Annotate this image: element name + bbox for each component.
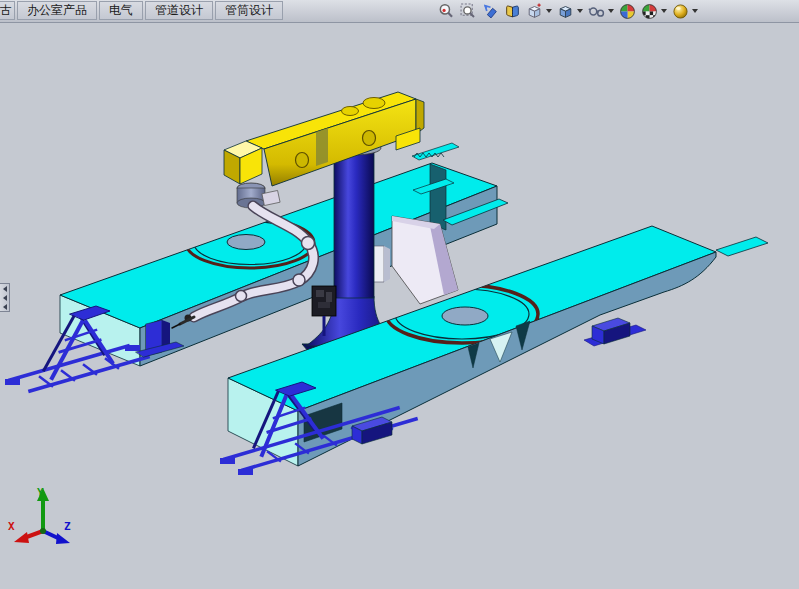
triad-y-label: Y bbox=[37, 486, 44, 499]
tab-office-products[interactable]: 办公室产品 bbox=[17, 1, 97, 20]
tab-partial[interactable]: 古 bbox=[0, 1, 15, 20]
hide-show-items-icon[interactable] bbox=[587, 0, 615, 22]
previous-view-icon[interactable] bbox=[481, 0, 500, 22]
dropdown-arrow-icon[interactable] bbox=[661, 9, 667, 13]
apply-scene-icon[interactable] bbox=[640, 0, 668, 22]
zoom-to-area-icon[interactable] bbox=[459, 0, 478, 22]
view-settings-icon[interactable] bbox=[671, 0, 699, 22]
dropdown-arrow-icon[interactable] bbox=[577, 9, 583, 13]
dropdown-arrow-icon[interactable] bbox=[608, 9, 614, 13]
collapse-left-icon bbox=[3, 304, 7, 310]
collapse-left-icon bbox=[3, 286, 7, 292]
section-view-icon[interactable] bbox=[503, 0, 522, 22]
triad-z-label: Z bbox=[64, 520, 71, 533]
display-style-icon[interactable] bbox=[556, 0, 584, 22]
view-orientation-icon[interactable] bbox=[525, 0, 553, 22]
dropdown-arrow-icon[interactable] bbox=[692, 9, 698, 13]
tab-piping-design[interactable]: 管道设计 bbox=[145, 1, 213, 20]
heads-up-view-toolbar bbox=[437, 0, 699, 22]
dropdown-arrow-icon[interactable] bbox=[546, 9, 552, 13]
collapse-left-icon bbox=[3, 295, 7, 301]
triad-x-label: X bbox=[8, 520, 15, 533]
edit-appearance-icon[interactable] bbox=[618, 0, 637, 22]
tab-electrical[interactable]: 电气 bbox=[99, 1, 143, 20]
command-tabs: 古 办公室产品 电气 管道设计 管筒设计 bbox=[0, 0, 285, 22]
viewport-canvas[interactable]: Y X Z bbox=[0, 0, 799, 589]
command-manager-toolbar: 古 办公室产品 电气 管道设计 管筒设计 bbox=[0, 0, 799, 23]
zoom-to-fit-icon[interactable] bbox=[437, 0, 456, 22]
reference-triad: Y X Z bbox=[8, 486, 71, 544]
front-right-block-support[interactable] bbox=[584, 318, 646, 346]
panel-splitter-handle[interactable] bbox=[0, 283, 10, 312]
tab-tubing-design[interactable]: 管筒设计 bbox=[215, 1, 283, 20]
